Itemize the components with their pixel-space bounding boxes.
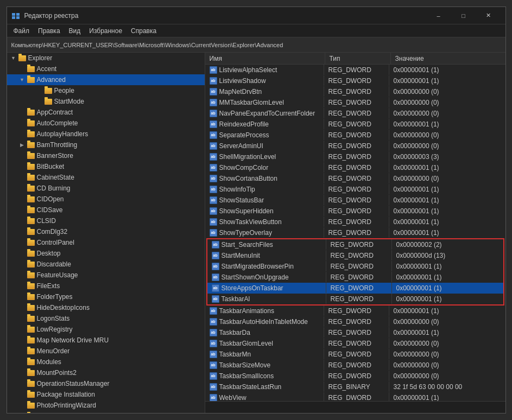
tree-toggle-people[interactable] [35,86,44,95]
tree-item-featureusage[interactable]: FeatureUsage [7,270,205,281]
table-row[interactable]: ab TaskbarSmallIcons REG_DWORD 0x0000000… [205,371,505,381]
tree-item-lowregistry[interactable]: LowRegistry [7,324,205,335]
table-row[interactable]: ab TaskbarAutoHideInTabletMode REG_DWORD… [205,316,505,327]
tree-toggle-discardable[interactable] [18,260,27,269]
breadcrumb[interactable]: Компьютер\HKEY_CURRENT_USER\Software\Mic… [7,37,505,53]
tree-item-explorer[interactable]: ▼ Explorer [7,53,205,63]
tree-item-mountpoints2[interactable]: MountPoints2 [7,367,205,378]
table-row[interactable]: ab TaskbarGlomLevel REG_DWORD 0x00000000… [205,338,505,349]
tree-item-comdlg32[interactable]: ComDlg32 [7,226,205,237]
tree-item-startmode[interactable]: StartMode [7,96,205,107]
tree-toggle-photoprintingwizard[interactable] [18,401,27,410]
tree-toggle-startmode[interactable] [35,97,44,106]
data-table[interactable]: Имя Тип Значение ab ListviewAlphaSelect … [205,53,505,401]
table-row[interactable]: ab TaskbarMn REG_DWORD 0x00000000 (0) [205,349,505,360]
tree-item-foldertypes[interactable]: FolderTypes [7,291,205,302]
tree-item-cidsave[interactable]: CIDSave [7,205,205,215]
tree-toggle-comdlg32[interactable] [18,227,27,236]
tree-item-desktop[interactable]: Desktop [7,248,205,259]
minimize-button[interactable]: – [426,7,451,24]
tree-item-autoplayhandlers[interactable]: AutoplayHandlers [7,129,205,139]
tree-item-hidedesktopicons[interactable]: HideDesktopIcons [7,302,205,313]
table-row[interactable]: ab TaskbarAl REG_DWORD 0x00000001 (1) [207,294,503,304]
table-row[interactable]: ab StoreAppsOnTaskbar REG_DWORD 0x000000… [207,283,503,294]
tree-toggle-packageinstallation[interactable] [18,390,27,399]
table-row[interactable]: ab ListviewShadow REG_DWORD 0x00000001 (… [205,75,505,86]
tree-item-bitbucket[interactable]: BitBucket [7,161,205,172]
table-row[interactable]: ab ServerAdminUI REG_DWORD 0x00000000 (0… [205,141,505,151]
tree-item-clsid[interactable]: CLSID [7,215,205,226]
tree-toggle-logonstats[interactable] [18,314,27,323]
tree-toggle-featureusage[interactable] [18,271,27,279]
tree-item-menuorder[interactable]: MenuOrder [7,346,205,357]
table-row[interactable]: ab ShellMigrationLevel REG_DWORD 0x00000… [205,151,505,162]
table-row[interactable]: ab ShowCompColor REG_DWORD 0x00000001 (1… [205,162,505,173]
tree-toggle-recentdocs[interactable] [18,412,27,413]
tree-item-photoprintingwizard[interactable]: PhotoPrintingWizard [7,400,205,411]
tree-item-fileexts[interactable]: FileExts [7,281,205,291]
table-row[interactable]: ab ShowCortanaButton REG_DWORD 0x0000000… [205,173,505,184]
tree-toggle-clsid[interactable] [18,217,27,225]
table-row[interactable]: ab ShowTypeOverlay REG_DWORD 0x00000001 … [205,227,505,238]
tree-toggle-desktop[interactable] [18,249,27,258]
tree-toggle-foldertypes[interactable] [18,292,27,301]
menu-view[interactable]: Вид [65,26,85,36]
tree-item-cabinetstate[interactable]: CabinetState [7,172,205,183]
table-row[interactable]: ab ShowTaskViewButton REG_DWORD 0x000000… [205,217,505,227]
tree-item-bamthrottling[interactable]: ▶ BamThrottling [7,139,205,150]
table-row[interactable]: ab WebView REG_DWORD 0x00000001 (1) [205,392,505,401]
tree-item-discardable[interactable]: Discardable [7,259,205,270]
tree-toggle-explorer[interactable]: ▼ [9,54,18,62]
table-row[interactable]: ab ReindexedProfile REG_DWORD 0x00000001… [205,119,505,130]
tree-toggle-lowregistry[interactable] [18,325,27,334]
tree-toggle-cdburning[interactable] [18,184,27,193]
table-row[interactable]: ab MMTaskbarGlomLevel REG_DWORD 0x000000… [205,97,505,108]
tree-item-bannerstore[interactable]: BannerStore [7,150,205,161]
table-row[interactable]: ab StartShownOnUpgrade REG_DWORD 0x00000… [207,272,503,283]
tree-toggle-appcontract[interactable] [18,108,27,117]
tree-item-logonstats[interactable]: LogonStats [7,313,205,324]
table-row[interactable]: ab ListviewAlphaSelect REG_DWORD 0x00000… [205,65,505,75]
tree-item-controlpanel[interactable]: ControlPanel [7,237,205,248]
tree-toggle-cidopen[interactable] [18,195,27,203]
table-row[interactable]: ab TaskbarSizeMove REG_DWORD 0x00000000 … [205,360,505,371]
table-row[interactable]: ab TaskbarDa REG_DWORD 0x00000001 (1) [205,327,505,338]
menu-file[interactable]: Файл [9,26,34,36]
menu-help[interactable]: Справка [127,26,161,36]
tree-item-autocomplete[interactable]: AutoComplete [7,118,205,129]
table-row[interactable]: ab ShowSuperHidden REG_DWORD 0x00000001 … [205,206,505,217]
tree-item-advanced[interactable]: ▼ Advanced [7,74,205,85]
table-row[interactable]: ab Start_SearchFiles REG_DWORD 0x0000000… [207,239,503,250]
tree-toggle-cidsave[interactable] [18,206,27,214]
tree-toggle-operationstatusmanager[interactable] [18,379,27,388]
tree-toggle-controlpanel[interactable] [18,238,27,247]
table-row[interactable]: ab SeparateProcess REG_DWORD 0x00000000 … [205,130,505,141]
table-row[interactable]: ab TaskbarStateLastRun REG_BINARY 32 1f … [205,381,505,392]
table-row[interactable]: ab StartMigratedBrowserPin REG_DWORD 0x0… [207,261,503,272]
tree-item-packageinstallation[interactable]: Package Installation [7,389,205,400]
tree-item-people[interactable]: People [7,85,205,96]
close-button[interactable]: ✕ [476,7,501,24]
tree-toggle-fileexts[interactable] [18,282,27,290]
tree-toggle-bitbucket[interactable] [18,162,27,171]
tree-toggle-accent[interactable] [18,65,27,73]
tree-item-cdburning[interactable]: CD Burning [7,183,205,194]
tree-toggle-mountpoints2[interactable] [18,368,27,377]
tree-toggle-menuorder[interactable] [18,347,27,355]
tree-toggle-modules[interactable] [18,358,27,366]
tree-panel[interactable]: ▼ Explorer Accent ▼ Advanced People [7,53,205,413]
tree-toggle-cabinetstate[interactable] [18,173,27,182]
tree-toggle-bannerstore[interactable] [18,151,27,160]
tree-item-appcontract[interactable]: AppContract [7,107,205,118]
tree-toggle-autoplayhandlers[interactable] [18,130,27,138]
tree-item-modules[interactable]: Modules [7,357,205,367]
tree-toggle-advanced[interactable]: ▼ [18,75,27,84]
tree-toggle-hidedesktopicons[interactable] [18,303,27,312]
menu-edit[interactable]: Правка [34,26,65,36]
menu-favorites[interactable]: Избранное [85,26,127,36]
tree-toggle-mapnetworkdrivemru[interactable] [18,336,27,345]
table-row[interactable]: ab TaskbarAnimations REG_DWORD 0x0000000… [205,306,505,316]
tree-item-operationstatusmanager[interactable]: OperationStatusManager [7,378,205,389]
table-row[interactable]: ab StartMenuInit REG_DWORD 0x0000000d (1… [207,250,503,261]
tree-item-cidopen[interactable]: CIDOpen [7,194,205,205]
